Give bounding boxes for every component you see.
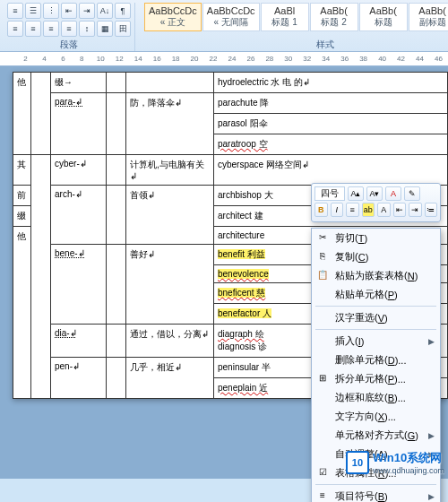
menu-item[interactable]: 删除单元格(D)... <box>312 351 440 369</box>
ruler-tick: 42 <box>392 55 410 63</box>
table-cell[interactable]: pen-↲ <box>51 358 107 399</box>
style-item[interactable]: AaBb(标题 2 <box>310 3 358 31</box>
ruler-tick: 10 <box>91 55 110 63</box>
highlight-icon[interactable]: ab <box>362 203 375 217</box>
italic-button[interactable]: I <box>331 203 344 217</box>
align-left-button[interactable]: ≡ <box>7 21 23 37</box>
ruler-tick: 28 <box>260 55 279 63</box>
table-cell[interactable]: dia-↲ <box>51 325 107 358</box>
watermark: 10 Win10系统网 www.qdhuajing.com <box>346 450 444 475</box>
bullets-button[interactable]: ≡ <box>7 3 23 19</box>
ruler-tick: 22 <box>204 55 223 63</box>
menu-item[interactable]: ⎘复制(C) <box>312 247 440 266</box>
ruler-tick: 26 <box>241 55 260 63</box>
ruler-tick: 18 <box>167 55 185 63</box>
menu-item[interactable]: 文字方向(X)... <box>312 407 440 426</box>
align-center-button[interactable]: ≡ <box>25 21 41 37</box>
style-item[interactable]: AaBbCcDc« 无间隔 <box>202 3 260 31</box>
table-cell[interactable]: 其 <box>13 155 31 186</box>
ruler-tick: 16 <box>148 55 167 63</box>
bold-button[interactable]: B <box>314 203 328 217</box>
ruler-tick: 24 <box>222 55 241 63</box>
table-cell[interactable]: 几乎，相近↲ <box>126 358 214 399</box>
multilevel-button[interactable]: ⋮ <box>43 3 59 19</box>
style-item[interactable]: AaBl标题 1 <box>261 3 309 31</box>
menu-item[interactable]: ≡项目符号(B)▶ <box>312 487 440 502</box>
table-cell[interactable]: 首领↲ <box>126 186 214 245</box>
table-cell[interactable]: 他 <box>13 73 31 155</box>
ruler-tick: 36 <box>335 55 354 63</box>
table-cell[interactable]: 通过，借以，分离↲ <box>126 325 214 358</box>
bullets-icon[interactable]: ≔ <box>425 203 438 217</box>
watermark-logo: 10 <box>346 451 369 474</box>
style-item[interactable]: AaBbCcDc« 正文 <box>144 3 202 31</box>
menu-item[interactable]: ⊞拆分单元格(P)... <box>312 369 440 388</box>
ruler-tick: 46 <box>429 55 448 63</box>
ribbon: ≡ ☰ ⋮ ⇤ ⇥ A↓ ¶ ≡ ≡ ≡ ≡ ↕ ▦ 田 段落 AaBbCcDc… <box>0 0 448 52</box>
menu-item[interactable]: 单元格对齐方式(G)▶ <box>312 426 440 445</box>
style-item[interactable]: AaBb(标题 <box>359 3 408 31</box>
indent-inc-button[interactable]: ⇥ <box>79 3 95 19</box>
shading-button[interactable]: ▦ <box>97 21 113 37</box>
sort-button[interactable]: A↓ <box>97 3 113 19</box>
ruler-tick: 2 <box>16 55 35 63</box>
ruler-tick: 12 <box>110 55 129 63</box>
table-cell[interactable]: 缀 <box>13 206 31 227</box>
font-color2-icon[interactable]: A <box>377 203 391 217</box>
style-gallery[interactable]: AaBbCcDc« 正文AaBbCcDc« 无间隔AaBl标题 1AaBb(标题… <box>144 3 448 31</box>
menu-item[interactable]: 📋粘贴为嵌套表格(N) <box>312 266 440 285</box>
table-cell[interactable]: parasol 阳伞 <box>214 114 448 134</box>
indent-dec-button[interactable]: ⇤ <box>61 3 77 19</box>
shrink-font-button[interactable]: A▾ <box>366 186 383 201</box>
font-size-combo[interactable]: 四号 <box>314 186 345 201</box>
align-center-icon[interactable]: ≡ <box>346 203 359 217</box>
watermark-brand: Win10系统网 <box>373 450 444 466</box>
ruler-tick: 8 <box>73 55 91 63</box>
ruler-tick: 40 <box>373 55 392 63</box>
ruler-tick: 30 <box>279 55 297 63</box>
ruler-tick: 14 <box>129 55 148 63</box>
menu-item[interactable]: ✂剪切(T) <box>312 229 440 247</box>
table-cell[interactable]: cyberspace 网络空间↲ <box>214 155 448 186</box>
table-cell[interactable]: paratroop 空 <box>214 134 448 155</box>
ruler-tick: 44 <box>410 55 429 63</box>
watermark-url: www.qdhuajing.com <box>373 466 444 475</box>
table-cell[interactable]: 防，降落伞↲ <box>126 93 214 155</box>
table-cell[interactable]: arch-↲ <box>51 186 107 245</box>
ruler[interactable]: 2468101214161820222426283032343638404244… <box>0 52 448 66</box>
style-item[interactable]: AaBb(副标题 <box>409 3 448 31</box>
table-cell[interactable]: parachute 降 <box>214 93 448 114</box>
justify-button[interactable]: ≡ <box>61 21 77 37</box>
paragraph-group-label: 段落 <box>4 39 134 51</box>
ruler-tick: 20 <box>185 55 204 63</box>
ruler-tick: 6 <box>54 55 73 63</box>
grow-font-button[interactable]: A▴ <box>348 186 364 201</box>
ruler-tick: 32 <box>297 55 316 63</box>
menu-item[interactable]: 粘贴单元格(P) <box>312 285 440 304</box>
format-painter-icon[interactable]: ✎ <box>404 186 420 201</box>
numbering-button[interactable]: ☰ <box>25 3 41 19</box>
show-marks-button[interactable]: ¶ <box>115 3 131 19</box>
indent-dec-icon[interactable]: ⇤ <box>393 203 407 217</box>
table-cell[interactable]: bene-↲ <box>51 245 107 325</box>
indent-inc-icon[interactable]: ⇥ <box>409 203 422 217</box>
line-spacing-button[interactable]: ↕ <box>79 21 95 37</box>
menu-item[interactable]: 汉字重选(V) <box>312 308 440 327</box>
align-right-button[interactable]: ≡ <box>43 21 59 37</box>
table-cell[interactable]: 善好↲ <box>126 245 214 325</box>
styles-group-label: 样式 <box>141 39 448 51</box>
table-cell[interactable]: 缀→ <box>51 73 107 93</box>
table-cell[interactable]: para-↲ <box>51 93 107 155</box>
borders-button[interactable]: 田 <box>115 21 131 37</box>
table-cell[interactable]: 前 <box>13 186 31 206</box>
menu-item[interactable]: 插入(I)▶ <box>312 332 440 351</box>
document-area[interactable]: 他 缀→ hydroelectric 水 电 的↲ para-↲ 防，降落伞↲ … <box>0 66 448 479</box>
table-cell[interactable]: hydroelectric 水 电 的↲ <box>214 73 448 93</box>
table-cell[interactable]: 他 <box>13 227 31 399</box>
styles-group: AaBbCcDc« 正文AaBbCcDc« 无间隔AaBl标题 1AaBb(标题… <box>141 3 448 51</box>
mini-toolbar[interactable]: 四号 A▴ A▾ A ✎ B I ≡ ab A ⇤ ⇥ ≔ <box>311 183 441 222</box>
menu-item[interactable]: 边框和底纹(B)... <box>312 388 440 407</box>
font-color-icon[interactable]: A <box>385 186 401 201</box>
table-cell[interactable]: 计算机,与电脑有关↲ <box>126 155 214 186</box>
table-cell[interactable]: cyber-↲ <box>51 155 107 186</box>
